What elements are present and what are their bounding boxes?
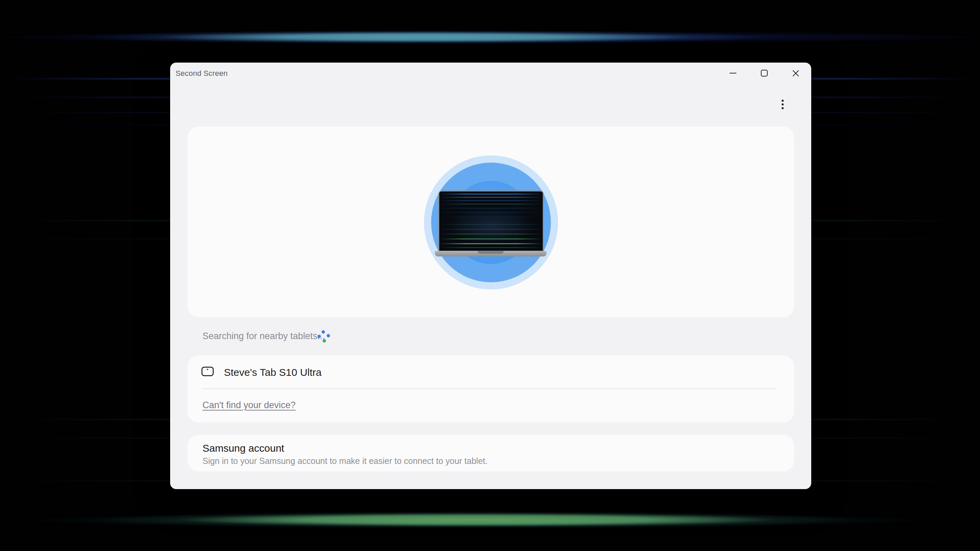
kebab-menu-icon <box>782 100 784 102</box>
laptop-illustration <box>438 191 544 252</box>
wallpaper-streak-top-teal <box>78 30 769 44</box>
tablet-icon <box>202 367 214 376</box>
device-name-label: Steve's Tab S10 Ultra <box>224 367 321 378</box>
second-screen-window: Second Screen <box>170 63 811 489</box>
device-list-item[interactable]: Steve's Tab S10 Ultra <box>188 356 794 389</box>
search-status-row: Searching for nearby tablets... <box>202 330 325 342</box>
device-list-card: Steve's Tab S10 Ultra Can't find your de… <box>188 356 794 422</box>
spinner-dot <box>321 330 325 333</box>
spinner-dot <box>323 339 326 343</box>
maximize-icon <box>761 70 768 76</box>
spinner-dot <box>318 335 321 338</box>
samsung-account-subtitle: Sign in to your Samsung account to make … <box>202 456 488 466</box>
minimize-icon <box>730 73 737 73</box>
window-title: Second Screen <box>176 69 228 78</box>
kebab-menu-icon <box>782 103 784 105</box>
samsung-account-title: Samsung account <box>202 443 284 454</box>
samsung-account-card[interactable]: Samsung account Sign in to your Samsung … <box>188 435 794 472</box>
laptop-base-notch <box>478 251 504 254</box>
more-options-button[interactable] <box>775 96 791 113</box>
close-button[interactable] <box>780 63 811 84</box>
wallpaper-streak-bottom-green <box>92 511 861 529</box>
titlebar[interactable]: Second Screen <box>170 63 811 84</box>
spinner-dot <box>327 334 330 337</box>
cant-find-device-link[interactable]: Can't find your device? <box>202 400 296 411</box>
maximize-button[interactable] <box>749 63 780 84</box>
illustration-card <box>188 127 794 318</box>
close-icon <box>792 69 800 77</box>
minimize-button[interactable] <box>717 63 749 84</box>
caption-buttons <box>717 63 811 84</box>
loading-spinner-icon <box>317 330 332 345</box>
kebab-menu-icon <box>782 107 784 109</box>
searching-status-text: Searching for nearby tablets... <box>202 331 325 341</box>
divider <box>202 388 777 389</box>
laptop-base <box>435 251 546 256</box>
desktop-background: Second Screen <box>0 0 980 551</box>
tablet-camera-dot <box>207 369 208 370</box>
laptop-screen-glow <box>439 192 543 251</box>
